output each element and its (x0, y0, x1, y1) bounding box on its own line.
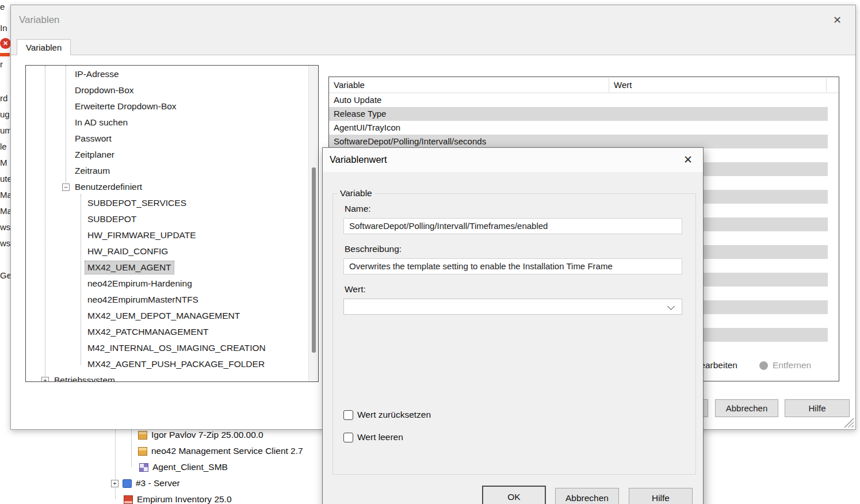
tree-item-label: In AD suchen (72, 116, 130, 129)
package-icon (138, 447, 147, 456)
tree-item[interactable]: Zeitplaner (26, 147, 308, 163)
tree-connector-line (115, 430, 116, 499)
titlebar[interactable]: Variablenwert ✕ (323, 148, 703, 172)
accent-bar (0, 53, 10, 56)
expand-icon[interactable]: + (41, 377, 49, 383)
tree-item-label: neo42EmpirumMasterNTFS (85, 293, 201, 306)
abbrechen-button[interactable]: Abbrechen (555, 488, 619, 504)
checkbox-box[interactable] (343, 410, 353, 420)
tree-item[interactable]: HW_RAID_CONFIG (26, 243, 308, 259)
tree-item[interactable]: −Benutzerdefiniert (26, 179, 308, 195)
close-icon[interactable]: ✕ (683, 153, 693, 166)
tree-item-label: Passwort (72, 132, 114, 145)
tree-item-label: MX42_UEM_DEPOT_MANAGEMENT (85, 310, 242, 322)
tree-item-label: Betriebssystem (52, 374, 117, 382)
tree-item[interactable]: MX42_UEM_AGENT (26, 259, 308, 276)
tabstrip: Variablen (11, 35, 855, 55)
tree-item[interactable]: SUBDEPOT (26, 211, 308, 227)
chevron-down-icon (667, 303, 675, 310)
ok-button[interactable]: OK (482, 486, 546, 504)
tree-item-label: Zeitplaner (72, 148, 117, 161)
hilfe-button[interactable]: Hilfe (629, 488, 693, 504)
bg-tree-label: neo42 Management Service Client 2.7 (151, 446, 303, 456)
entfernen-button[interactable]: Entfernen (773, 360, 811, 371)
name-field[interactable]: SoftwareDepot/Polling/Intervall/Timefram… (343, 218, 682, 234)
wert-leeren-checkbox[interactable]: Wert leeren (343, 432, 403, 442)
bg-tree-item[interactable]: Empirum Inventory 25.0 (124, 494, 232, 504)
column-divider[interactable] (826, 78, 827, 92)
bg-tree-item[interactable]: Agent_Client_SMB (139, 462, 228, 472)
error-icon: ✕ (0, 38, 11, 49)
checkbox-label: Wert leeren (357, 432, 403, 442)
tree-item[interactable]: Dropdown-Box (26, 82, 308, 98)
scrollbar-thumb[interactable] (312, 167, 316, 353)
hilfe-button[interactable]: Hilfe (785, 399, 850, 417)
table-row[interactable]: Release Type (329, 107, 828, 121)
tree-item[interactable]: MX42_AGENT_PUSH_PACKAGE_FOLDER (26, 356, 308, 372)
error-x-glyph: ✕ (3, 40, 8, 47)
bg-text-fragment: r (0, 59, 3, 69)
collapse-icon[interactable]: − (62, 184, 70, 191)
beschreibung-label: Beschreibung: (345, 244, 402, 254)
table-header: Variable Wert (329, 77, 839, 93)
table-row[interactable]: AgentUI/TrayIcon (329, 121, 828, 135)
wert-combobox[interactable] (343, 299, 682, 315)
titlebar[interactable]: Variablen ✕ (11, 5, 855, 35)
beschreibung-field[interactable]: Overwrites the template setting to enabl… (343, 258, 682, 274)
tree-item-label: Benutzerdefiniert (72, 181, 144, 193)
tree-connector-line (131, 430, 132, 467)
bg-tree-label: Igor Pavlov 7-Zip 25.00.00.0 (151, 430, 263, 440)
bg-tree-item[interactable]: neo42 Management Service Client 2.7 (138, 446, 303, 456)
package-icon (138, 431, 147, 440)
column-divider[interactable] (609, 78, 609, 92)
tree-item-label: MX42_UEM_AGENT (85, 261, 174, 274)
tree-item[interactable]: IP-Adresse (26, 66, 308, 82)
bg-tree-label: #3 - Server (136, 478, 180, 488)
wert-label: Wert: (345, 284, 366, 295)
abbrechen-button[interactable]: Abbrechen (715, 399, 778, 417)
tree-item[interactable]: In AD suchen (26, 114, 308, 131)
tree-item[interactable]: MX42_PATCHMANAGEMENT (26, 324, 308, 340)
checkbox-box[interactable] (343, 433, 353, 442)
groupbox-label: Variable (337, 188, 375, 198)
tree-item[interactable]: neo42Empirum-Hardening (26, 276, 308, 292)
tree-item[interactable]: Erweiterte Dropdown-Box (26, 98, 308, 114)
bg-text-fragment: ug (0, 109, 10, 119)
bg-text-fragment: le (0, 142, 7, 151)
server-icon (123, 479, 132, 488)
bg-text-fragment: In (0, 23, 7, 33)
tree-item[interactable]: M42_INTERNAL_OS_IMAGING_CREATION (26, 340, 308, 356)
tree-item-label: MX42_AGENT_PUSH_PACKAGE_FOLDER (85, 358, 267, 371)
bg-tree-label: Agent_Client_SMB (152, 462, 228, 472)
tab-label: Variablen (26, 43, 62, 52)
tree-item-label: HW_RAID_CONFIG (85, 245, 170, 258)
tree-item[interactable]: neo42EmpirumMasterNTFS (26, 292, 308, 308)
table-row[interactable]: Auto Update (329, 93, 828, 107)
tree-item-label: Erweiterte Dropdown-Box (72, 100, 179, 113)
expand-icon[interactable]: + (111, 480, 119, 487)
wert-zuruecksetzen-checkbox[interactable]: Wert zurücksetzen (343, 410, 431, 420)
tree-item-label: Zeitraum (72, 165, 112, 177)
column-header-variable[interactable]: Variable (334, 80, 365, 90)
tree-item-label: neo42Empirum-Hardening (85, 277, 194, 290)
tree-item[interactable]: +Betriebssystem (26, 372, 308, 382)
bg-text-fragment: ws (0, 222, 10, 232)
tree-item[interactable]: SUBDEPOT_SERVICES (26, 195, 308, 211)
bg-tree-item[interactable]: Igor Pavlov 7-Zip 25.00.00.0 (138, 430, 263, 440)
tree-item-label: SUBDEPOT_SERVICES (85, 197, 189, 209)
tree-item[interactable]: Zeitraum (26, 163, 308, 179)
close-icon[interactable]: ✕ (833, 14, 842, 26)
tree-item[interactable]: HW_FIRMWARE_UPDATE (26, 227, 308, 243)
column-header-wert[interactable]: Wert (614, 80, 632, 90)
tree-scrollbar[interactable] (308, 66, 318, 381)
table-row[interactable]: SoftwareDepot/Polling/Intervall/seconds (329, 135, 828, 148)
bg-tree-item[interactable]: +#3 - Server (111, 478, 180, 488)
bg-text-fragment: rd (0, 93, 7, 103)
tree-item[interactable]: Passwort (26, 131, 308, 147)
bg-text-fragment: Ge (0, 270, 12, 280)
entfernen-icon (759, 361, 768, 370)
tab-variablen[interactable]: Variablen (17, 39, 71, 55)
tree-item-label: SUBDEPOT (85, 213, 139, 226)
tree-item-label: M42_INTERNAL_OS_IMAGING_CREATION (85, 342, 268, 354)
tree-item[interactable]: MX42_UEM_DEPOT_MANAGEMENT (26, 308, 308, 324)
